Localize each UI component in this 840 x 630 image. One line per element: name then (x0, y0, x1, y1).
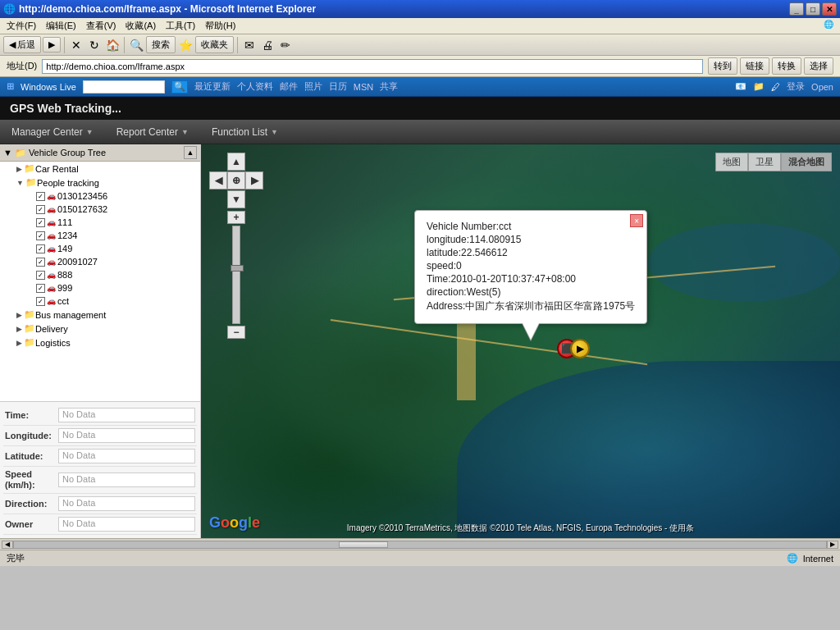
address-bar: 地址(D) 转到 链接 转换 选择 (0, 56, 840, 77)
tree-vehicle-0130123456[interactable]: ✓ 🚗 0130123456 (0, 189, 200, 203)
mail-icon[interactable]: ✉ (241, 37, 258, 53)
scroll-track-horizontal[interactable] (13, 541, 827, 549)
zoom-slider-thumb[interactable] (231, 265, 244, 272)
scroll-thumb-horizontal[interactable] (339, 541, 388, 548)
vehicle-checkbox-999[interactable]: ✓ (36, 284, 45, 293)
info-owner-row: Owner No Data (3, 514, 197, 535)
tree-group-bus-management[interactable]: ▶ 📁 Bus management (0, 308, 200, 322)
scroll-left-button[interactable]: ◀ (2, 541, 13, 549)
menu-help[interactable]: 帮助(H) (205, 20, 235, 32)
favorites-button[interactable]: 收藏夹 (195, 36, 234, 53)
minimize-button[interactable]: _ (789, 2, 804, 16)
scroll-right-button[interactable]: ▶ (827, 541, 838, 549)
zoom-slider-track[interactable] (232, 226, 240, 324)
info-speed-value: No Data (58, 472, 195, 487)
info-direction-row: Direction: No Data (3, 494, 197, 514)
menu-edit[interactable]: 编辑(E) (46, 20, 76, 32)
popup-close-button[interactable]: × (630, 214, 643, 227)
menu-tools[interactable]: 工具(T) (166, 20, 195, 32)
delivery-folder-icon: 📁 (24, 323, 35, 334)
vehicle-icon-0130123456: 🚗 (47, 192, 56, 200)
vehicle-checkbox-1234[interactable]: ✓ (36, 231, 45, 240)
vehicle-checkbox-111[interactable]: ✓ (36, 218, 45, 227)
map-controls: ▲ ◀ ⊕ ▶ ▼ + − (209, 153, 263, 339)
vehicle-checkbox-149[interactable]: ✓ (36, 244, 45, 253)
windows-live-search-button[interactable]: 🔍 (171, 80, 188, 94)
tree-expand-icon: ▼ (3, 148, 12, 158)
vehicle-checkbox-cct[interactable]: ✓ (36, 297, 45, 306)
tree-vehicle-20091027[interactable]: ✓ 🚗 20091027 (0, 255, 200, 268)
wl-profile-link[interactable]: 个人资料 (237, 80, 273, 93)
search-label[interactable]: 搜索 (146, 36, 176, 53)
main-content: ▼ 📁 Vehicle Group Tree ▲ ▶ 📁 Car Rental … (0, 144, 840, 538)
tree-group-delivery[interactable]: ▶ 📁 Delivery (0, 322, 200, 336)
delivery-expand-icon: ▶ (16, 325, 22, 333)
wl-open-link[interactable]: Open (811, 82, 833, 92)
map-zoom-out-button[interactable]: − (227, 326, 245, 339)
vehicle-label-999: 999 (57, 283, 72, 293)
nav-report-center[interactable]: Report Center ▼ (105, 120, 200, 144)
tree-vehicle-1234[interactable]: ✓ 🚗 1234 (0, 229, 200, 242)
menu-view[interactable]: 查看(V) (86, 20, 116, 32)
map-type-hybrid-button[interactable]: 混合地图 (781, 153, 832, 171)
wl-icon2: 📁 (753, 81, 765, 92)
map-zoom-slider[interactable]: + − (209, 211, 263, 339)
windows-live-label: Windows Live (21, 82, 76, 92)
map-pan-center-button[interactable]: ⊕ (227, 171, 245, 189)
maximize-button[interactable]: □ (806, 2, 820, 16)
windows-live-search[interactable] (83, 80, 165, 94)
tree-vehicle-111[interactable]: ✓ 🚗 111 (0, 216, 200, 229)
search-button[interactable]: 🔍 (128, 37, 144, 53)
tree-vehicle-888[interactable]: ✓ 🚗 888 (0, 268, 200, 281)
wl-recent-link[interactable]: 最近更新 (194, 80, 231, 93)
refresh-button[interactable]: ↻ (86, 37, 103, 53)
tree-vehicle-0150127632[interactable]: ✓ 🚗 0150127632 (0, 203, 200, 216)
back-button[interactable]: ◀ 后退 (3, 36, 41, 53)
map-type-satellite-button[interactable]: 卫星 (748, 153, 781, 171)
tree-vehicle-cct[interactable]: ✓ 🚗 cct (0, 294, 200, 308)
wl-share-link[interactable]: 共享 (380, 80, 398, 93)
menu-favorites[interactable]: 收藏(A) (126, 20, 156, 32)
tree-group-people-tracking[interactable]: ▼ 📁 People tracking (0, 176, 200, 189)
menu-file[interactable]: 文件(F) (7, 20, 36, 32)
vehicle-checkbox-0130123456[interactable]: ✓ (36, 192, 45, 201)
vehicle-marker-yellow[interactable]: ▶ (570, 339, 590, 358)
vehicle-checkbox-20091027[interactable]: ✓ (36, 258, 45, 267)
horizontal-scrollbar[interactable]: ◀ ▶ (0, 538, 840, 550)
edit-icon[interactable]: ✏ (277, 37, 294, 53)
map-pan-down-button[interactable]: ▼ (227, 190, 245, 208)
stop-button[interactable]: ✕ (68, 37, 84, 53)
map-area[interactable]: ▲ ◀ ⊕ ▶ ▼ + − 地图 卫星 混合地图 (201, 144, 840, 538)
windows-logo-icon: ⊞ (7, 81, 14, 92)
wl-photos-link[interactable]: 照片 (304, 80, 322, 93)
forward-button[interactable]: ▶ (43, 37, 61, 52)
nav-function-label: Function List (212, 126, 267, 138)
tree-group-car-rental[interactable]: ▶ 📁 Car Rental (0, 162, 200, 176)
nav-manager-center[interactable]: Manager Center ▼ (0, 120, 105, 144)
wl-login-link[interactable]: 登录 (787, 80, 805, 93)
wl-msn-link[interactable]: MSN (354, 82, 373, 92)
wl-mail-link[interactable]: 邮件 (280, 80, 298, 93)
close-button[interactable]: ✕ (822, 2, 837, 16)
tree-scroll-up[interactable]: ▲ (184, 146, 197, 159)
tree-vehicle-999[interactable]: ✓ 🚗 999 (0, 281, 200, 294)
go-button[interactable]: 转到 (708, 57, 737, 75)
wl-calendar-link[interactable]: 日历 (329, 80, 347, 93)
print-icon[interactable]: 🖨 (259, 37, 276, 53)
map-type-map-button[interactable]: 地图 (715, 153, 748, 171)
links-button[interactable]: 链接 (740, 57, 769, 75)
convert-button[interactable]: 转换 (772, 57, 801, 75)
map-zoom-in-button[interactable]: + (227, 211, 245, 224)
tree-vehicle-149[interactable]: ✓ 🚗 149 (0, 242, 200, 255)
vehicle-checkbox-888[interactable]: ✓ (36, 271, 45, 280)
select-button[interactable]: 选择 (804, 57, 833, 75)
address-input[interactable] (42, 59, 703, 74)
nav-function-list[interactable]: Function List ▼ (200, 120, 290, 144)
map-pan-right-button[interactable]: ▶ (245, 171, 263, 189)
home-button[interactable]: 🏠 (104, 37, 121, 53)
map-pan-left-button[interactable]: ◀ (209, 171, 227, 189)
favorites-star-icon[interactable]: ⭐ (177, 37, 194, 53)
tree-group-logistics[interactable]: ▶ 📁 Logistics (0, 336, 200, 349)
map-pan-up-button[interactable]: ▲ (227, 153, 245, 171)
vehicle-checkbox-0150127632[interactable]: ✓ (36, 205, 45, 214)
